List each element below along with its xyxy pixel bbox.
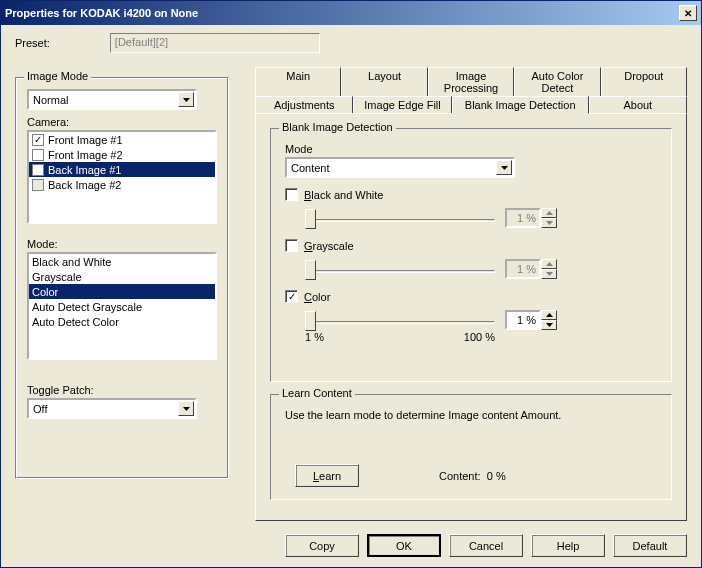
mode-label: Mode:: [27, 238, 217, 250]
bw-check-row: Black and White: [285, 188, 657, 201]
toggle-patch-value: Off: [33, 403, 47, 415]
color-checkbox[interactable]: [285, 290, 298, 303]
tab-row-1: MainLayoutImage ProcessingAuto Color Det…: [255, 67, 687, 96]
gs-slider[interactable]: [305, 258, 495, 280]
bw-label: Black and White: [304, 189, 384, 201]
preset-row: Preset: [Default][2]: [15, 33, 320, 53]
camera-item[interactable]: Back Image #2: [29, 177, 215, 192]
title-bar: Properties for KODAK i4200 on None ✕: [1, 1, 701, 25]
mode-item[interactable]: Auto Detect Color: [29, 314, 215, 329]
bw-slider-row: [305, 207, 657, 229]
gs-check-row: Grayscale: [285, 239, 657, 252]
camera-item[interactable]: Front Image #1: [29, 132, 215, 147]
gs-label: Grayscale: [304, 240, 354, 252]
up-icon[interactable]: [541, 259, 557, 269]
bw-spin-value[interactable]: [505, 208, 541, 228]
tab-adjustments[interactable]: Adjustments: [255, 96, 353, 113]
chevron-down-icon[interactable]: [178, 92, 194, 107]
copy-button[interactable]: Copy: [285, 534, 359, 557]
bw-spin[interactable]: [505, 208, 557, 228]
color-spin-value[interactable]: [505, 310, 541, 330]
down-icon[interactable]: [541, 320, 557, 330]
mode-item[interactable]: Auto Detect Grayscale: [29, 299, 215, 314]
camera-item-label: Front Image #1: [48, 134, 123, 146]
bw-slider[interactable]: [305, 207, 495, 229]
image-mode-combo[interactable]: Normal: [27, 89, 197, 110]
learn-content-group: Learn Content Use the learn mode to dete…: [270, 394, 672, 500]
window-title: Properties for KODAK i4200 on None: [5, 7, 679, 19]
toggle-patch-combo[interactable]: Off: [27, 398, 197, 419]
tab-panel-blank-image-detection: Blank Image Detection Mode Content Black…: [255, 113, 687, 521]
camera-label: Camera:: [27, 116, 217, 128]
learn-button[interactable]: Learn: [295, 464, 359, 487]
checkbox-icon[interactable]: [32, 164, 44, 176]
bid-mode-combo[interactable]: Content: [285, 157, 515, 178]
mode-listbox[interactable]: Black and WhiteGrayscaleColorAuto Detect…: [27, 252, 217, 360]
chevron-down-icon[interactable]: [496, 160, 512, 175]
preset-label: Preset:: [15, 37, 50, 49]
chevron-down-icon[interactable]: [178, 401, 194, 416]
down-icon[interactable]: [541, 269, 557, 279]
mode-item[interactable]: Grayscale: [29, 269, 215, 284]
tab-image-processing[interactable]: Image Processing: [428, 67, 514, 96]
color-spin[interactable]: [505, 310, 557, 330]
tab-about[interactable]: About: [589, 96, 687, 113]
cancel-button[interactable]: Cancel: [449, 534, 523, 557]
camera-listbox[interactable]: Front Image #1Front Image #2Back Image #…: [27, 130, 217, 224]
camera-item[interactable]: Front Image #2: [29, 147, 215, 162]
preset-field[interactable]: [Default][2]: [110, 33, 320, 53]
checkbox-icon[interactable]: [32, 179, 44, 191]
color-label: Color: [304, 291, 330, 303]
image-mode-group: Image Mode Normal Camera: Front Image #1…: [15, 77, 229, 479]
bid-mode-value: Content: [291, 162, 330, 174]
learn-text: Use the learn mode to determine Image co…: [285, 409, 657, 421]
gs-slider-row: [305, 258, 657, 280]
image-mode-value: Normal: [33, 94, 68, 106]
checkbox-icon[interactable]: [32, 134, 44, 146]
tab-layout[interactable]: Layout: [341, 67, 427, 96]
close-button[interactable]: ✕: [679, 5, 697, 21]
camera-item[interactable]: Back Image #1: [29, 162, 215, 177]
tab-main[interactable]: Main: [255, 67, 341, 96]
gs-checkbox[interactable]: [285, 239, 298, 252]
help-button[interactable]: Help: [531, 534, 605, 557]
color-check-row: Color: [285, 290, 657, 303]
tab-blank-image-detection[interactable]: Blank Image Detection: [452, 96, 589, 114]
camera-item-label: Front Image #2: [48, 149, 123, 161]
slider-ticks: 1 % 100 %: [305, 331, 495, 343]
mode-item[interactable]: Black and White: [29, 254, 215, 269]
camera-item-label: Back Image #1: [48, 164, 121, 176]
up-icon[interactable]: [541, 310, 557, 320]
mode-item[interactable]: Color: [29, 284, 215, 299]
gs-spin-value[interactable]: [505, 259, 541, 279]
tab-image-edge-fill[interactable]: Image Edge Fill: [353, 96, 451, 113]
learn-group-title: Learn Content: [279, 387, 355, 399]
bid-mode-label: Mode: [285, 143, 657, 155]
dialog-button-row: Copy OK Cancel Help Default: [285, 534, 687, 557]
tab-auto-color-detect[interactable]: Auto Color Detect: [514, 67, 600, 96]
bw-checkbox[interactable]: [285, 188, 298, 201]
toggle-patch-label: Toggle Patch:: [27, 384, 217, 396]
blank-image-detection-group: Blank Image Detection Mode Content Black…: [270, 128, 672, 382]
tabs-container: MainLayoutImage ProcessingAuto Color Det…: [255, 67, 687, 521]
learn-content-readout: Content: 0 %: [439, 470, 506, 482]
tab-dropout[interactable]: Dropout: [601, 67, 687, 96]
tab-row-2: AdjustmentsImage Edge FillBlank Image De…: [255, 96, 687, 113]
color-slider-row: [305, 309, 657, 331]
down-icon[interactable]: [541, 218, 557, 228]
color-slider[interactable]: [305, 309, 495, 331]
up-icon[interactable]: [541, 208, 557, 218]
ok-button[interactable]: OK: [367, 534, 441, 557]
dialog-window: Properties for KODAK i4200 on None ✕ Pre…: [0, 0, 702, 568]
image-mode-title: Image Mode: [24, 70, 91, 82]
camera-item-label: Back Image #2: [48, 179, 121, 191]
bid-group-title: Blank Image Detection: [279, 121, 396, 133]
checkbox-icon[interactable]: [32, 149, 44, 161]
gs-spin[interactable]: [505, 259, 557, 279]
default-button[interactable]: Default: [613, 534, 687, 557]
